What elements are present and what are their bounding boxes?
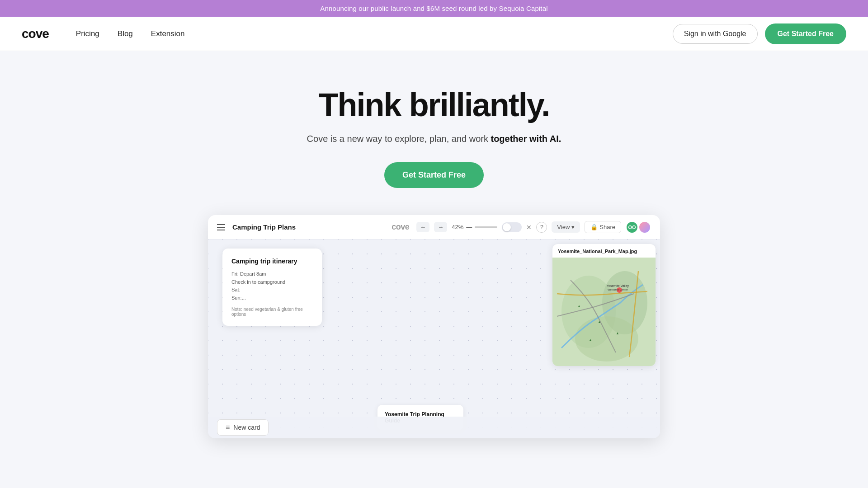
map-card-title: Yosemite_National_Park_Map.jpg [552, 244, 656, 258]
collaborator-avatars: OO [626, 221, 651, 234]
svg-text:Yosemite Valley: Yosemite Valley [607, 284, 629, 288]
new-card-label: New card [233, 424, 260, 431]
svg-text:▲: ▲ [598, 320, 601, 324]
svg-point-4 [575, 316, 638, 361]
map-card[interactable]: Yosemite_National_Park_Map.jpg [552, 244, 656, 366]
navbar: cove Pricing Blog Extension Sign in with… [0, 17, 868, 51]
hero-subtitle-plain: Cove is a new way to explore, plan, and … [307, 134, 491, 144]
zoom-separator: — [466, 224, 472, 230]
hero-section: Think brilliantly. Cove is a new way to … [0, 51, 868, 215]
itinerary-line-1: Fri: Depart 8am [231, 270, 313, 278]
avatar-user2 [638, 221, 651, 234]
signin-button[interactable]: Sign in with Google [673, 24, 758, 44]
itinerary-card-content: Fri: Depart 8am Check in to campground S… [231, 270, 313, 302]
share-button[interactable]: 🔒 Share [585, 221, 621, 233]
map-card-image: Yosemite Valley Welcome Center ▲ ▲ ▲ ▲ [552, 258, 656, 366]
svg-text:▲: ▲ [589, 338, 592, 342]
chevron-down-icon: ▾ [571, 224, 575, 230]
hero-subtitle: Cove is a new way to explore, plan, and … [9, 134, 859, 144]
lock-icon: 🔒 [590, 224, 598, 230]
share-label: Share [599, 224, 615, 230]
itinerary-line-4: Sun:... [231, 294, 313, 302]
undo-button[interactable]: ← [416, 222, 429, 232]
svg-text:Welcome Center: Welcome Center [608, 288, 628, 291]
svg-text:▲: ▲ [616, 331, 619, 335]
hero-subtitle-bold: together with AI. [491, 134, 561, 144]
announcement-text: Announcing our public launch and $6M see… [320, 5, 547, 12]
avatar-user1: OO [626, 221, 638, 234]
nav-link-blog[interactable]: Blog [118, 29, 133, 38]
zoom-level: 42% [452, 224, 463, 230]
itinerary-line-3: Sat: [231, 286, 313, 294]
itinerary-line-2: Check in to campground [231, 278, 313, 286]
new-card-icon: ≡ [226, 423, 230, 432]
announcement-bar: Announcing our public launch and $6M see… [0, 0, 868, 17]
itinerary-card-title: Camping trip itinerary [231, 258, 313, 265]
toggle-icon: ✕ [526, 224, 532, 231]
svg-text:▲: ▲ [577, 304, 581, 308]
hero-cta-button[interactable]: Get Started Free [384, 162, 484, 188]
toolbar-controls: ← → 42% — ✕ ? View ▾ 🔒 Share [416, 221, 651, 234]
nav-getstarted-button[interactable]: Get Started Free [765, 23, 846, 44]
itinerary-card[interactable]: Camping trip itinerary Fri: Depart 8am C… [222, 249, 322, 325]
new-card-bar: ≡ New card [208, 417, 660, 438]
canvas-area[interactable]: Camping trip itinerary Fri: Depart 8am C… [208, 239, 660, 438]
nav-actions: Sign in with Google Get Started Free [673, 23, 846, 44]
new-card-button[interactable]: ≡ New card [217, 419, 269, 436]
document-title: Camping Trip Plans [232, 223, 384, 231]
nav-links: Pricing Blog Extension [76, 29, 673, 38]
view-label: View [557, 224, 570, 230]
view-toggle[interactable] [502, 222, 522, 232]
hero-title: Think brilliantly. [9, 87, 859, 123]
help-button[interactable]: ? [536, 222, 547, 233]
itinerary-card-note: Note: need vegetarian & gluten free opti… [231, 307, 313, 317]
toolbar-logo: cove [392, 222, 409, 232]
nav-link-pricing[interactable]: Pricing [76, 29, 99, 38]
app-toolbar: Camping Trip Plans cove ← → 42% — ✕ ? Vi… [208, 215, 660, 239]
redo-button[interactable]: → [434, 222, 447, 232]
view-button[interactable]: View ▾ [552, 221, 580, 233]
app-preview-wrapper: Camping Trip Plans cove ← → 42% — ✕ ? Vi… [0, 215, 868, 456]
hamburger-menu-icon[interactable] [217, 224, 225, 230]
nav-link-extension[interactable]: Extension [151, 29, 185, 38]
zoom-control: 42% — [452, 224, 497, 230]
zoom-slider[interactable] [475, 226, 497, 228]
nav-logo[interactable]: cove [22, 27, 49, 41]
app-preview: Camping Trip Plans cove ← → 42% — ✕ ? Vi… [208, 215, 660, 438]
